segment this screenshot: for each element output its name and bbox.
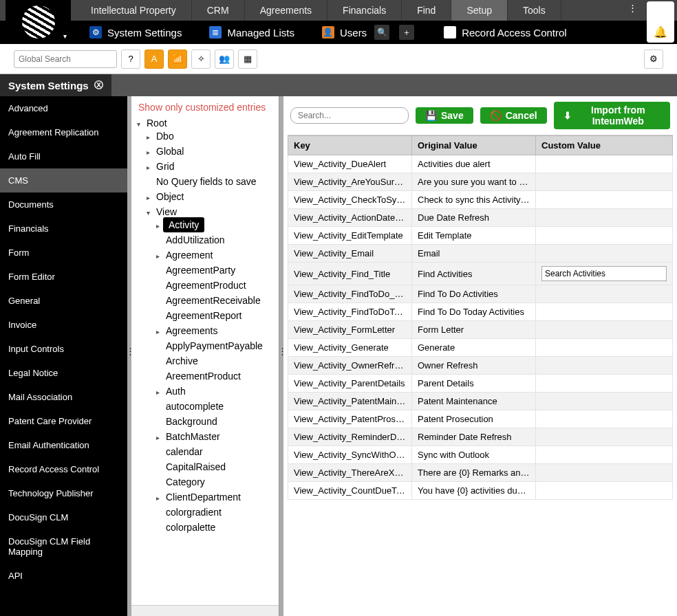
column-header-original[interactable]: Original Value — [412, 136, 536, 155]
topnav-item[interactable]: Agreements — [245, 0, 327, 21]
tree-node[interactable]: AgreementParty — [163, 264, 238, 276]
cell-original[interactable]: Generate — [412, 339, 536, 357]
share-icon[interactable]: ✧ — [191, 50, 211, 69]
rss-icon[interactable]: 📶 — [168, 50, 187, 69]
chevron-down-icon[interactable]: ▾ — [144, 209, 152, 217]
cell-key[interactable]: View_Activity_FormLetter — [288, 321, 412, 339]
sidebar-item[interactable]: Email Authentication — [0, 433, 127, 457]
cell-key[interactable]: View_Activity_EditTemplate — [288, 227, 412, 245]
help-icon[interactable]: ? — [121, 50, 140, 69]
chevron-right-icon[interactable]: ▸ — [153, 252, 162, 260]
cell-original[interactable]: Sync with Outlook — [412, 446, 536, 464]
cell-key[interactable]: View_Activity_ParentDetails — [288, 375, 412, 393]
tree-node[interactable]: ApplyPaymentPayable — [163, 340, 266, 352]
cell-custom[interactable] — [536, 446, 673, 464]
table-row[interactable]: View_Activity_DueAlertActivities due ale… — [288, 155, 673, 173]
cell-original[interactable]: Owner Refresh — [412, 357, 536, 375]
cell-key[interactable]: View_Activity_OwnerRefresh — [288, 357, 412, 375]
cell-key[interactable]: View_Activity_ActionDateRef... — [288, 209, 412, 227]
people-icon[interactable]: 👥 — [215, 50, 234, 69]
table-row[interactable]: View_Activity_AreYouSureYo...Are you sur… — [288, 173, 673, 191]
cell-custom[interactable] — [536, 263, 673, 285]
cell-original[interactable]: Edit Template — [412, 227, 536, 245]
cell-custom[interactable] — [536, 155, 673, 173]
menu-icon[interactable]: ≡ — [657, 6, 663, 18]
horizontal-scrollbar[interactable] — [131, 605, 279, 616]
cell-key[interactable]: View_Activity_Email — [288, 245, 412, 263]
cell-custom[interactable] — [536, 410, 673, 428]
chevron-right-icon[interactable]: ▸ — [144, 148, 152, 156]
tree-node[interactable]: AgreementProduct — [163, 279, 249, 292]
cell-original[interactable]: There are {0} Remarks and {... — [412, 464, 536, 482]
tree-node[interactable]: CapitalRaised — [163, 461, 228, 473]
sidebar-item[interactable]: Financials — [0, 217, 127, 241]
search-icon[interactable]: 🔍 — [374, 25, 389, 40]
cell-custom[interactable] — [536, 303, 673, 321]
topnav-item[interactable]: Find — [402, 0, 451, 21]
tree-node[interactable]: BatchMaster — [163, 430, 223, 443]
global-search-input[interactable] — [14, 50, 117, 68]
column-header-custom[interactable]: Custom Value — [536, 136, 673, 155]
cell-custom[interactable] — [536, 209, 673, 227]
table-row[interactable]: View_Activity_ReminderDate...Reminder Da… — [288, 428, 673, 446]
cell-original[interactable]: Find To Do Today Activities — [412, 303, 536, 321]
cell-key[interactable]: View_Activity_Generate — [288, 339, 412, 357]
sidebar-item[interactable]: DocuSign CLM Field Mapping — [0, 529, 127, 564]
sidebar-item[interactable]: Legal Notice — [0, 361, 127, 385]
topnav-item[interactable]: Intellectual Property — [76, 0, 192, 21]
table-row[interactable]: View_Activity_CountDueTodayYou have {0} … — [288, 482, 673, 500]
tree-node[interactable]: Agreements — [163, 324, 220, 337]
cell-custom[interactable] — [536, 173, 673, 191]
tree-node[interactable]: View — [153, 206, 180, 218]
cell-key[interactable]: View_Activity_PatentMainte... — [288, 393, 412, 410]
tree-node[interactable]: Global — [153, 145, 186, 157]
cell-original[interactable]: Reminder Date Refresh — [412, 428, 536, 446]
subnav-item[interactable]: 🛡Record Access Control — [430, 26, 581, 38]
custom-value-input[interactable] — [541, 266, 667, 281]
tree-node[interactable]: colorpalette — [163, 521, 218, 534]
save-button[interactable]: 💾Save — [416, 107, 473, 124]
cell-custom[interactable] — [536, 482, 673, 500]
table-row[interactable]: View_Activity_EditTemplateEdit Template — [288, 227, 673, 245]
bell-icon[interactable]: 🔔 — [654, 25, 667, 38]
tree-node[interactable]: AddUtilization — [163, 234, 228, 246]
table-row[interactable]: View_Activity_FindToDo_TitleFind To Do A… — [288, 285, 673, 303]
subnav-item[interactable]: ⚙System Settings — [76, 26, 195, 38]
tree-node[interactable]: colorgradient — [163, 506, 224, 518]
tab-system-settings[interactable]: System Settings ⓧ — [0, 74, 111, 96]
topnav-item[interactable]: Tools — [508, 0, 561, 21]
sidebar-item[interactable]: Invoice — [0, 313, 127, 337]
splitter-handle[interactable] — [279, 96, 283, 616]
table-row[interactable]: View_Activity_OwnerRefreshOwner Refresh — [288, 357, 673, 375]
cell-original[interactable]: Parent Details — [412, 375, 536, 393]
cell-original[interactable]: Find Activities — [412, 263, 536, 285]
table-row[interactable]: View_Activity_EmailEmail — [288, 245, 673, 263]
cell-custom[interactable] — [536, 321, 673, 339]
chevron-right-icon[interactable]: ▸ — [153, 434, 162, 441]
tree-node[interactable]: Dbo — [153, 130, 177, 142]
cell-key[interactable]: View_Activity_AreYouSureYo... — [288, 173, 412, 191]
cell-custom[interactable] — [536, 245, 673, 263]
sidebar-item[interactable]: Input Controls — [0, 337, 127, 361]
chevron-right-icon[interactable]: ▸ — [153, 494, 162, 502]
more-icon[interactable]: ⋮ — [623, 0, 643, 16]
tree-node[interactable]: No Query fields to save — [153, 175, 259, 188]
sidebar-item[interactable]: Form — [0, 241, 127, 265]
table-row[interactable]: View_Activity_ActionDateRef...Due Date R… — [288, 209, 673, 227]
plus-icon[interactable]: ＋ — [399, 25, 414, 40]
cell-original[interactable]: Email — [412, 245, 536, 263]
cell-original[interactable]: Form Letter — [412, 321, 536, 339]
cell-custom[interactable] — [536, 285, 673, 303]
subnav-item[interactable]: ≣Managed Lists — [195, 26, 308, 38]
tree-node[interactable]: Agreement — [163, 249, 215, 261]
tree-node[interactable]: AreementProduct — [163, 370, 244, 382]
chevron-right-icon[interactable]: ▸ — [153, 222, 162, 230]
sidebar-item[interactable]: Technology Publisher — [0, 481, 127, 505]
cell-key[interactable]: View_Activity_ReminderDate... — [288, 428, 412, 446]
cell-original[interactable]: Activities due alert — [412, 155, 536, 173]
chevron-down-icon[interactable]: ▾ — [63, 32, 67, 40]
cell-original[interactable]: Find To Do Activities — [412, 285, 536, 303]
cell-custom[interactable] — [536, 357, 673, 375]
sidebar-item[interactable]: Patent Care Provider — [0, 409, 127, 433]
cell-original[interactable]: Patent Maintenance — [412, 393, 536, 410]
